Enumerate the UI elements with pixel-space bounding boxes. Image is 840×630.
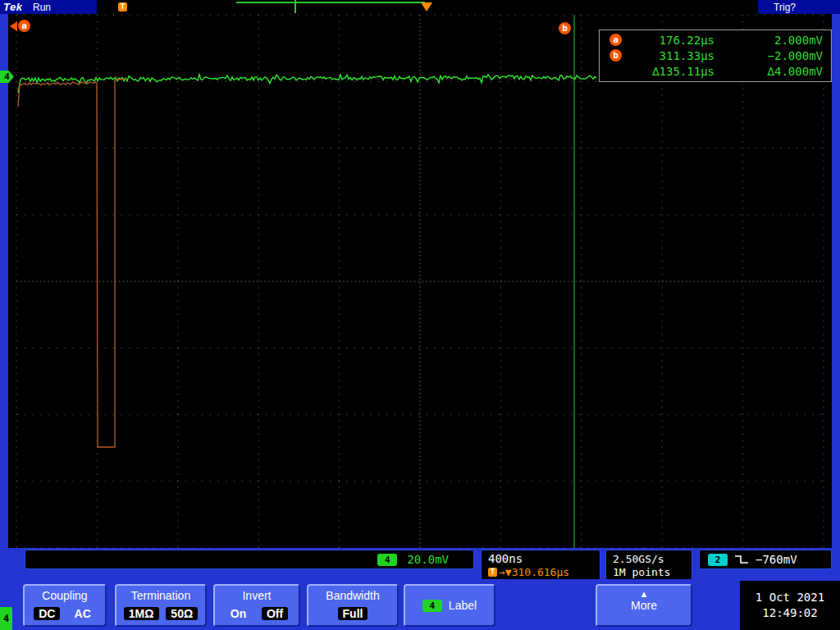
cursor-b-icon: b bbox=[609, 49, 622, 62]
coupling-ac-option[interactable]: AC bbox=[70, 607, 96, 620]
bandwidth-button[interactable]: Bandwidth Full bbox=[307, 584, 399, 627]
bottom-menu-bar: Coupling DC AC Termination 1MΩ 50Ω Inver… bbox=[0, 579, 840, 630]
label-button[interactable]: 4 Label bbox=[404, 584, 495, 627]
trigger-delay-value: →▼310.616µs bbox=[499, 566, 569, 578]
invert-title: Invert bbox=[242, 589, 271, 602]
cursor-b-voltage: −2.000mV bbox=[714, 49, 823, 62]
label-content: 4 Label bbox=[422, 586, 477, 625]
channel2-badge: 2 bbox=[708, 554, 728, 566]
termination-title: Termination bbox=[131, 589, 190, 602]
cursor-b-time: 311.33µs bbox=[629, 49, 714, 62]
invert-button[interactable]: Invert On Off bbox=[213, 584, 300, 627]
channel4-badge: 4 bbox=[422, 600, 442, 612]
tek-logo: Tek bbox=[3, 1, 22, 13]
cursor-readout-panel: a 176.22µs 2.000mV b 311.33µs −2.000mV ∆… bbox=[599, 30, 832, 82]
sample-rate: 2.50GS/s bbox=[613, 553, 692, 566]
termination-options: 1MΩ 50Ω bbox=[116, 602, 205, 625]
graticule-area bbox=[8, 14, 832, 548]
record-length: 1M points bbox=[613, 566, 692, 579]
trigger-level-value: −760mV bbox=[756, 553, 797, 566]
coupling-dc-option[interactable]: DC bbox=[34, 607, 60, 620]
top-status-bar: Tek Run T Trig? bbox=[0, 0, 840, 14]
trigger-status: Trig? bbox=[774, 2, 796, 13]
cursor-a-icon: a bbox=[609, 34, 622, 46]
date-label: 1 Oct 2021 bbox=[756, 590, 824, 605]
cursor-delta-time: ∆135.11µs bbox=[629, 65, 714, 78]
arrow-up-icon: ▲ bbox=[640, 590, 649, 598]
coupling-title: Coupling bbox=[42, 589, 87, 602]
cursor-a-badge: a bbox=[18, 20, 30, 32]
coupling-button[interactable]: Coupling DC AC bbox=[23, 584, 107, 627]
bandwidth-title: Bandwidth bbox=[326, 589, 379, 602]
trigger-t-icon: T bbox=[488, 568, 497, 577]
termination-1mohm-option[interactable]: 1MΩ bbox=[124, 607, 159, 620]
cursor-b-badge: b bbox=[559, 22, 571, 34]
trigger-level-readout: 2 −760mV bbox=[699, 550, 832, 569]
invert-off-option[interactable]: Off bbox=[262, 607, 288, 620]
channel4-badge: 4 bbox=[377, 554, 397, 566]
coupling-options: DC AC bbox=[25, 602, 105, 625]
label-text: Label bbox=[449, 599, 477, 612]
record-overview-line bbox=[236, 2, 425, 3]
cursor-a-offscreen-indicator: a bbox=[10, 20, 30, 32]
time-per-div: 400ns bbox=[488, 552, 600, 565]
more-text: More bbox=[631, 599, 657, 612]
invert-options: On Off bbox=[215, 602, 299, 625]
termination-50ohm-option[interactable]: 50Ω bbox=[166, 607, 198, 620]
bandwidth-full-option[interactable]: Full bbox=[338, 607, 368, 620]
cursor-a-voltage: 2.000mV bbox=[714, 34, 823, 47]
cursor-delta-voltage: ∆4.000mV bbox=[714, 65, 823, 78]
oscilloscope-display: Tek Run T Trig? 4 a b a 176.22µs 2.000mV… bbox=[0, 0, 840, 630]
channel4-volts-per-div: 20.0mV bbox=[407, 553, 449, 566]
horizontal-readout: 400ns T →▼310.616µs bbox=[481, 550, 600, 581]
cursor-b-handle[interactable]: b bbox=[559, 20, 571, 34]
cursor-a-time: 176.22µs bbox=[629, 34, 714, 47]
trigger-t-icon: T bbox=[118, 2, 127, 11]
bandwidth-options: Full bbox=[308, 602, 397, 625]
channel4-scale-readout: 4 20.0mV bbox=[25, 550, 474, 569]
acquisition-readout: 2.50GS/s 1M points bbox=[605, 550, 692, 581]
time-label: 12:49:02 bbox=[762, 605, 817, 621]
datetime-readout: 1 Oct 2021 12:49:02 bbox=[740, 581, 840, 630]
acquisition-status: Run bbox=[33, 2, 51, 13]
more-button[interactable]: ▲ More bbox=[596, 584, 692, 627]
trigger-position-marker-icon bbox=[421, 2, 432, 11]
falling-edge-icon bbox=[734, 554, 749, 565]
trigger-delay-readout: T →▼310.616µs bbox=[488, 566, 600, 578]
record-overview-tick bbox=[294, 0, 296, 13]
menu-channel-indicator: 4 bbox=[0, 607, 12, 630]
arrow-left-icon bbox=[10, 21, 17, 31]
invert-on-option[interactable]: On bbox=[226, 607, 251, 620]
termination-button[interactable]: Termination 1MΩ 50Ω bbox=[115, 584, 207, 627]
